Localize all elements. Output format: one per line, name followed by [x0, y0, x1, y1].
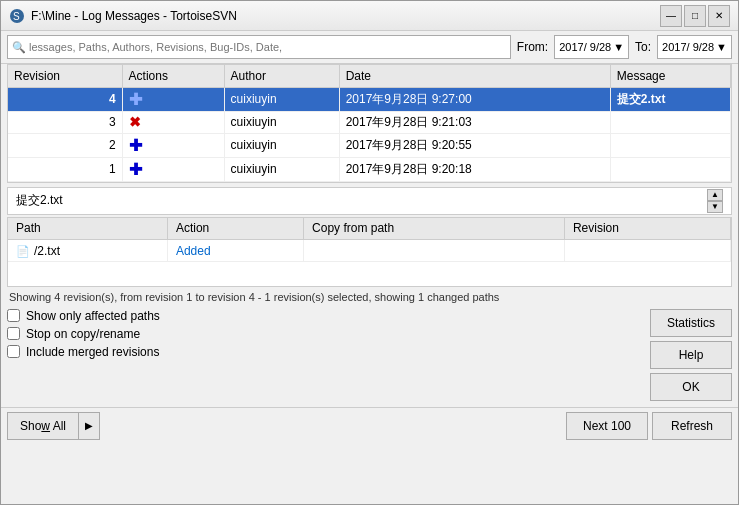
stop-copy-checkbox[interactable]: [7, 327, 20, 340]
log-table-container: Revision Actions Author Date Message 4✚c…: [7, 64, 732, 183]
col-author: Author: [224, 65, 339, 87]
date-cell: 2017年9月28日 9:20:55: [339, 133, 610, 157]
show-all-dropdown-arrow[interactable]: ▶: [78, 412, 100, 440]
ok-button[interactable]: OK: [650, 373, 732, 401]
next-100-button[interactable]: Next 100: [566, 412, 648, 440]
add-icon: ✚: [129, 137, 142, 154]
show-all-button[interactable]: Show All: [7, 412, 78, 440]
path-col-copy: Copy from path: [304, 218, 565, 240]
close-button[interactable]: ✕: [708, 5, 730, 27]
scroll-down-arrow[interactable]: ▼: [707, 201, 723, 213]
include-merged-checkbox[interactable]: [7, 345, 20, 358]
show-affected-label: Show only affected paths: [26, 309, 160, 323]
table-row[interactable]: 2✚cuixiuyin2017年9月28日 9:20:55: [8, 133, 731, 157]
search-box[interactable]: 🔍: [7, 35, 511, 59]
date-cell: 2017年9月28日 9:20:18: [339, 157, 610, 181]
revision-cell: 3: [8, 111, 122, 133]
actions-cell: ✚: [122, 87, 224, 111]
path-table-row[interactable]: 📄/2.txtAdded: [8, 240, 731, 262]
log-table: Revision Actions Author Date Message 4✚c…: [8, 65, 731, 182]
revision-cell: 4: [8, 87, 122, 111]
refresh-button[interactable]: Refresh: [652, 412, 732, 440]
from-date-value: 2017/ 9/28: [559, 41, 611, 53]
table-row[interactable]: 4✚cuixiuyin2017年9月28日 9:27:00提交2.txt: [8, 87, 731, 111]
actions-cell: ✚: [122, 157, 224, 181]
help-button[interactable]: Help: [650, 341, 732, 369]
path-revision-cell: [564, 240, 730, 262]
path-table-header: Path Action Copy from path Revision: [8, 218, 731, 240]
path-table-container: Path Action Copy from path Revision 📄/2.…: [7, 217, 732, 287]
include-merged-option[interactable]: Include merged revisions: [7, 345, 642, 359]
show-all-split-button: Show All ▶: [7, 412, 100, 440]
table-row[interactable]: 3✖cuixiuyin2017年9月28日 9:21:03: [8, 111, 731, 133]
path-table: Path Action Copy from path Revision 📄/2.…: [8, 218, 731, 263]
actions-cell: ✚: [122, 133, 224, 157]
date-cell: 2017年9月28日 9:21:03: [339, 111, 610, 133]
search-icon: 🔍: [12, 41, 26, 54]
scroll-up-arrow[interactable]: ▲: [707, 189, 723, 201]
message-cell: [610, 111, 730, 133]
stop-copy-option[interactable]: Stop on copy/rename: [7, 327, 642, 341]
copy-from-cell: [304, 240, 565, 262]
author-cell: cuixiuyin: [224, 157, 339, 181]
from-label: From:: [517, 40, 548, 54]
delete-icon: ✖: [129, 114, 141, 130]
main-window: S F:\Mine - Log Messages - TortoiseSVN —…: [0, 0, 739, 505]
revision-cell: 1: [8, 157, 122, 181]
path-col-path: Path: [8, 218, 167, 240]
show-affected-option[interactable]: Show only affected paths: [7, 309, 642, 323]
from-date-select[interactable]: 2017/ 9/28 2017/ 9/28 ▼: [554, 35, 629, 59]
to-date-arrow: ▼: [716, 41, 727, 53]
author-cell: cuixiuyin: [224, 133, 339, 157]
statistics-button[interactable]: Statistics: [650, 309, 732, 337]
path-col-action: Action: [167, 218, 303, 240]
stop-copy-label: Stop on copy/rename: [26, 327, 140, 341]
options-section: Show only affected paths Stop on copy/re…: [7, 309, 642, 401]
author-cell: cuixiuyin: [224, 87, 339, 111]
log-table-header: Revision Actions Author Date Message: [8, 65, 731, 87]
minimize-button[interactable]: —: [660, 5, 682, 27]
search-input[interactable]: [29, 41, 506, 53]
file-icon: 📄: [16, 245, 30, 257]
col-actions: Actions: [122, 65, 224, 87]
actions-cell: ✖: [122, 111, 224, 133]
bottom-section: Show only affected paths Stop on copy/re…: [1, 309, 738, 407]
title-bar-left: S F:\Mine - Log Messages - TortoiseSVN: [9, 8, 237, 24]
scroll-arrows: ▲ ▼: [707, 189, 723, 213]
window-title: F:\Mine - Log Messages - TortoiseSVN: [31, 9, 237, 23]
include-merged-label: Include merged revisions: [26, 345, 159, 359]
path-col-revision: Revision: [564, 218, 730, 240]
app-icon: S: [9, 8, 25, 24]
revision-cell: 2: [8, 133, 122, 157]
col-revision: Revision: [8, 65, 122, 87]
title-bar-controls: — □ ✕: [660, 5, 730, 27]
path-cell: 📄/2.txt: [8, 240, 167, 262]
date-cell: 2017年9月28日 9:27:00: [339, 87, 610, 111]
right-buttons: Statistics Help OK: [650, 309, 732, 401]
toolbar: 🔍 From: 2017/ 9/28 2017/ 9/28 ▼ To: 2017…: [1, 31, 738, 64]
add-icon: ✚: [129, 161, 142, 178]
to-date-value: 2017/ 9/28: [662, 41, 714, 53]
to-label: To:: [635, 40, 651, 54]
bottom-buttons-row: Show All ▶ Next 100 Refresh: [1, 407, 738, 444]
path-action-cell: Added: [167, 240, 303, 262]
add-icon: ✚: [129, 91, 142, 108]
status-bar: Showing 4 revision(s), from revision 1 t…: [1, 287, 738, 307]
author-cell: cuixiuyin: [224, 111, 339, 133]
col-message: Message: [610, 65, 730, 87]
message-cell: [610, 157, 730, 181]
message-cell: 提交2.txt: [610, 87, 730, 111]
to-date-select[interactable]: 2017/ 9/28 2017/ 9/28 ▼: [657, 35, 732, 59]
message-cell: [610, 133, 730, 157]
svg-text:S: S: [13, 11, 20, 22]
col-date: Date: [339, 65, 610, 87]
commit-message-bar: 提交2.txt ▲ ▼: [7, 187, 732, 215]
maximize-button[interactable]: □: [684, 5, 706, 27]
table-row[interactable]: 1✚cuixiuyin2017年9月28日 9:20:18: [8, 157, 731, 181]
from-date-arrow: ▼: [613, 41, 624, 53]
commit-message-text: 提交2.txt: [16, 192, 63, 209]
title-bar: S F:\Mine - Log Messages - TortoiseSVN —…: [1, 1, 738, 31]
status-text: Showing 4 revision(s), from revision 1 t…: [9, 291, 499, 303]
show-affected-checkbox[interactable]: [7, 309, 20, 322]
